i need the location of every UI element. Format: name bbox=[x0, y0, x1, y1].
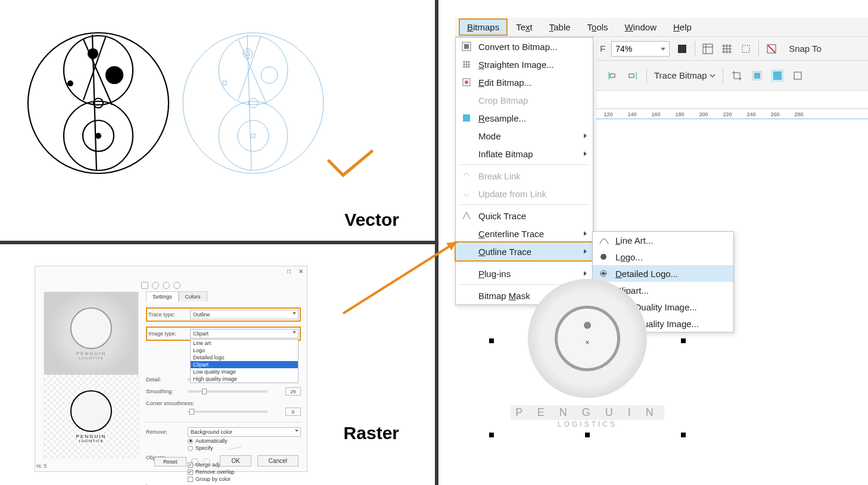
remove-label: Remove: bbox=[146, 429, 188, 435]
image-type-dropdown[interactable]: Clipart Line art Logo Detailed logo Clip… bbox=[190, 329, 298, 338]
reset-progress-icon bbox=[191, 458, 198, 465]
svg-line-25 bbox=[229, 446, 242, 450]
cancel-button[interactable]: Cancel bbox=[257, 455, 298, 467]
radio-automatically[interactable] bbox=[188, 439, 193, 444]
menu-tools[interactable]: Tools bbox=[579, 18, 617, 36]
close-icon[interactable]: ✕ bbox=[297, 268, 304, 275]
toolbar-top: F 74% Snap To bbox=[596, 37, 868, 61]
svg-rect-23 bbox=[251, 134, 255, 138]
trace-type-dropdown[interactable]: Outline bbox=[190, 310, 298, 319]
corner-slider[interactable] bbox=[188, 411, 267, 413]
svg-point-1 bbox=[64, 36, 133, 105]
option-low-quality[interactable]: Low quality image bbox=[191, 368, 298, 375]
svg-line-11 bbox=[83, 36, 106, 100]
layers-count: rs: 5 bbox=[36, 463, 47, 469]
vector-artwork-black bbox=[24, 29, 173, 178]
maximize-icon[interactable]: □ bbox=[285, 268, 293, 275]
radio-specify[interactable] bbox=[188, 446, 193, 451]
svg-line-20 bbox=[238, 39, 267, 105]
toolbar-contextual: Trace Bitmap bbox=[596, 61, 868, 91]
svg-point-14 bbox=[219, 101, 288, 170]
zoom-actual-icon[interactable] bbox=[173, 282, 181, 289]
svg-point-12 bbox=[183, 33, 323, 173]
svg-point-16 bbox=[261, 67, 278, 83]
check-remove-overlap[interactable] bbox=[188, 470, 193, 475]
zoom-dropdown[interactable]: 74% bbox=[611, 41, 670, 57]
option-clipart[interactable]: Clipart bbox=[191, 361, 298, 368]
corner-value[interactable]: 0 bbox=[285, 408, 301, 416]
check-group-by-color[interactable] bbox=[188, 477, 193, 482]
option-high-quality[interactable]: High quality image bbox=[191, 375, 298, 383]
tab-settings[interactable]: Settings bbox=[146, 291, 179, 301]
menu-edit-bitmap[interactable]: Edit Bitmap... bbox=[456, 73, 593, 91]
snap-to-label[interactable]: Snap To bbox=[789, 43, 822, 54]
menu-convert-to-bitmap[interactable]: Convert to Bitmap... bbox=[456, 38, 593, 55]
align-icon[interactable] bbox=[606, 69, 619, 82]
submenu-line-art[interactable]: Line Art... bbox=[593, 232, 733, 248]
guides-icon[interactable] bbox=[739, 42, 752, 55]
crop-icon[interactable] bbox=[730, 69, 743, 82]
eyedropper-icon[interactable] bbox=[228, 445, 245, 451]
smoothing-slider[interactable] bbox=[188, 390, 267, 393]
menu-break-link: Break Link bbox=[456, 167, 593, 185]
menu-table[interactable]: Table bbox=[541, 18, 579, 36]
menu-inflate-bitmap[interactable]: Inflate Bitmap bbox=[456, 145, 593, 163]
trace-bitmap-button[interactable]: Trace Bitmap bbox=[654, 70, 715, 80]
menu-centerline-trace[interactable]: Centerline Trace bbox=[456, 225, 593, 242]
preview-original: PENGUIN LOGISTICS bbox=[44, 292, 138, 375]
submenu-logo[interactable]: Logo... bbox=[593, 248, 733, 265]
zoom-fit-icon[interactable] bbox=[141, 282, 148, 289]
svg-line-21 bbox=[238, 36, 261, 100]
zoom-out-icon[interactable] bbox=[163, 282, 170, 289]
svg-rect-40 bbox=[610, 74, 615, 77]
canvas-logo-text: P E N G U I N bbox=[511, 405, 664, 420]
svg-point-56 bbox=[465, 80, 468, 84]
menu-quick-trace[interactable]: Quick Trace bbox=[456, 207, 593, 225]
svg-point-7 bbox=[68, 81, 73, 86]
checkmark-icon bbox=[326, 149, 374, 179]
reset-progress-icon-2 bbox=[203, 458, 210, 465]
tab-colors[interactable]: Colors bbox=[179, 291, 207, 301]
remove-dropdown[interactable]: Background color bbox=[188, 427, 301, 437]
menu-mode[interactable]: Mode bbox=[456, 127, 593, 145]
menu-help[interactable]: Help bbox=[665, 18, 700, 36]
smoothing-label: Smoothing: bbox=[146, 388, 188, 394]
option-detailed-logo[interactable]: Detailed logo bbox=[191, 354, 298, 361]
fullscreen-icon[interactable] bbox=[676, 42, 689, 55]
menu-straighten-image[interactable]: Straighten Image... bbox=[456, 55, 593, 73]
ok-button[interactable]: OK bbox=[220, 455, 251, 467]
menu-resample[interactable]: Resample... bbox=[456, 109, 593, 127]
menu-bitmaps[interactable]: Bitmaps bbox=[459, 18, 508, 36]
svg-rect-57 bbox=[463, 114, 470, 122]
menu-outline-trace[interactable]: Outline Trace bbox=[456, 242, 593, 260]
menu-bar: Bitmaps Text Table Tools Window Help bbox=[455, 18, 868, 37]
vector-panel: Vector bbox=[0, 0, 435, 241]
svg-point-13 bbox=[219, 36, 288, 105]
resample-icon[interactable] bbox=[751, 69, 764, 82]
distribute-icon[interactable] bbox=[626, 69, 639, 82]
svg-point-5 bbox=[106, 67, 123, 83]
horizontal-ruler: 120 140 160 180 200 220 240 260 280 bbox=[596, 108, 868, 119]
detail-label: Detail: bbox=[146, 377, 188, 383]
vector-label: Vector bbox=[344, 210, 399, 230]
snap-off-icon[interactable] bbox=[765, 42, 778, 55]
trace-preview: PENGUIN LOGISTICS PENGUIN LOGISTICS bbox=[43, 291, 139, 458]
option-logo[interactable]: Logo bbox=[191, 347, 298, 354]
option-line-art[interactable]: Line art bbox=[191, 340, 298, 347]
menu-text[interactable]: Text bbox=[508, 18, 541, 36]
bitmap-mode-icon[interactable] bbox=[771, 69, 784, 82]
svg-rect-44 bbox=[754, 73, 760, 79]
rulers-icon[interactable] bbox=[701, 42, 714, 55]
svg-line-38 bbox=[768, 45, 775, 52]
menu-window[interactable]: Window bbox=[617, 18, 665, 36]
trace-type-label: Trace type: bbox=[148, 312, 190, 318]
smoothing-value[interactable]: 25 bbox=[285, 387, 301, 396]
grid-icon[interactable] bbox=[720, 42, 733, 55]
svg-rect-42 bbox=[629, 74, 634, 77]
canvas-selected-bitmap[interactable]: P E N G U I N LOGISTICS × bbox=[492, 279, 683, 452]
reset-button[interactable]: Reset bbox=[154, 457, 186, 467]
svg-rect-48 bbox=[464, 44, 469, 49]
zoom-in-icon[interactable] bbox=[152, 282, 159, 289]
svg-point-58 bbox=[601, 254, 606, 260]
crop-bitmap-icon[interactable] bbox=[791, 69, 804, 82]
